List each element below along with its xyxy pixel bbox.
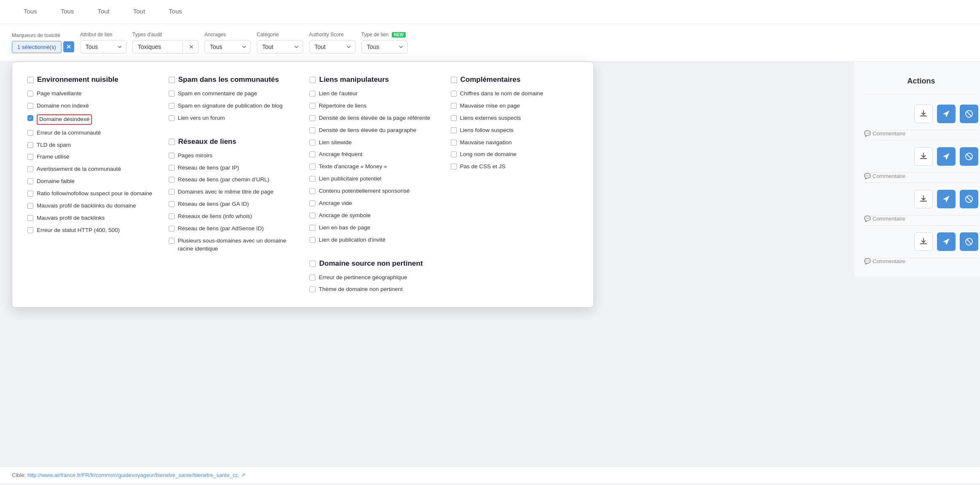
item-ratio-follow[interactable]: Ratio follow/nofollow suspect pour le do…	[27, 190, 155, 198]
checkbox-erreur-communaute[interactable]	[27, 130, 33, 136]
item-reseau-ip[interactable]: Réseau de liens (par IP)	[169, 164, 296, 172]
comment-link-1[interactable]: 💬 Commentaire	[864, 130, 978, 137]
checkbox-erreur-statut-http[interactable]	[27, 227, 33, 233]
checkbox-ancrage-symbole[interactable]	[310, 213, 315, 218]
checkbox-contenu-sponsorise[interactable]	[310, 188, 315, 194]
item-lien-publication-invite[interactable]: Lien de publication d'invité	[310, 236, 437, 244]
checkbox-theme-domaine-non-pertinent[interactable]	[310, 286, 315, 292]
item-texte-ancrage-money[interactable]: Texte d'ancrage « Money »	[310, 163, 437, 171]
checkbox-lien-publicitaire[interactable]	[310, 176, 315, 182]
checkbox-lien-forum[interactable]	[169, 115, 175, 121]
item-lien-auteur[interactable]: Lien de l'auteur	[310, 90, 437, 98]
item-theme-domaine-non-pertinent[interactable]: Thème de domaine non pertinent	[310, 286, 437, 294]
checkbox-pages-miroirs[interactable]	[169, 153, 175, 159]
export-button-2[interactable]	[914, 147, 933, 166]
block-button-3[interactable]	[960, 190, 978, 208]
item-ancrage-symbole[interactable]: Ancrage de symbole	[310, 212, 437, 220]
checkbox-long-nom-domaine[interactable]	[451, 151, 457, 157]
section-environnement-checkbox[interactable]	[27, 77, 34, 83]
types-audit-clear-button[interactable]: ✕	[185, 40, 199, 54]
checkbox-densite-page[interactable]	[310, 115, 315, 121]
item-contenu-sponsorise[interactable]: Contenu potentiellement sponsorisé	[310, 187, 437, 195]
comment-link-3[interactable]: 💬 Commentaire	[864, 216, 978, 222]
item-liens-externes-suspects[interactable]: Liens externes suspects	[451, 114, 579, 122]
checkbox-domaines-meme-titre[interactable]	[169, 189, 175, 195]
send-button-4[interactable]	[937, 232, 956, 251]
checkbox-spam-signature[interactable]	[169, 103, 175, 109]
export-button-4[interactable]	[914, 232, 933, 251]
checkbox-frame-utilise[interactable]	[27, 154, 33, 160]
item-spam-signature[interactable]: Spam en signature de publication de blog	[169, 102, 296, 110]
categorie-select[interactable]: Tout	[257, 40, 303, 54]
item-pas-css-js[interactable]: Pas de CSS et JS	[451, 163, 579, 171]
checkbox-lien-publication-invite[interactable]	[310, 237, 315, 243]
tab-1[interactable]: Tous	[12, 0, 49, 24]
send-button-3[interactable]	[937, 190, 956, 208]
section-complementaires-checkbox[interactable]	[451, 77, 457, 83]
item-lien-publicitaire[interactable]: Lien publicitaire potentiel	[310, 175, 437, 183]
item-pages-miroirs[interactable]: Pages miroirs	[169, 152, 296, 160]
item-liens-follow-suspects[interactable]: Liens follow suspects	[451, 127, 579, 135]
item-reseau-adsense[interactable]: Réseau de liens (par AdSense ID)	[169, 225, 296, 233]
item-reseau-ga[interactable]: Réseau de liens (par GA ID)	[169, 200, 296, 208]
checkbox-liens-externes-suspects[interactable]	[451, 115, 457, 121]
item-domaine-non-indexe[interactable]: Domaine non indexé	[27, 102, 155, 110]
block-button-2[interactable]	[960, 147, 978, 166]
item-lien-forum[interactable]: Lien vers un forum	[169, 114, 296, 122]
checkbox-reseau-ip[interactable]	[169, 165, 175, 171]
checkbox-domaine-faible[interactable]	[27, 178, 33, 184]
checkbox-page-malveillante[interactable]	[27, 91, 33, 97]
item-densite-paragraphe[interactable]: Densité de liens élevée du paragraphe	[310, 127, 437, 135]
type-lien-select[interactable]: Tous	[361, 40, 408, 54]
item-spam-commentaire[interactable]: Spam en commentaire de page	[169, 90, 296, 98]
checkbox-chiffres-nom-domaine[interactable]	[451, 91, 457, 97]
section-spam-checkbox[interactable]	[169, 77, 175, 83]
checkbox-lien-bas-page[interactable]	[310, 225, 315, 231]
checkbox-spam-commentaire[interactable]	[169, 91, 175, 97]
tab-5[interactable]: Tous	[157, 0, 194, 24]
item-sous-domaines[interactable]: Plusieurs sous-domaines avec un domaine …	[169, 237, 296, 253]
checkbox-texte-ancrage-money[interactable]	[310, 164, 315, 170]
item-mauvais-profil-backlinks[interactable]: Mauvais profil de backlinks	[27, 214, 155, 222]
checkbox-ancrage-frequent[interactable]	[310, 151, 315, 157]
checkbox-mauvaise-mise-en-page[interactable]	[451, 103, 457, 109]
checkbox-pas-css-js[interactable]	[451, 164, 457, 170]
checkbox-reseaux-whois[interactable]	[169, 213, 175, 219]
item-reseaux-whois[interactable]: Réseaux de liens (info whois)	[169, 213, 296, 221]
attribut-select[interactable]: Tous	[80, 40, 127, 54]
checkbox-tld-spam[interactable]	[27, 142, 33, 148]
checkbox-densite-paragraphe[interactable]	[310, 127, 315, 133]
authority-select[interactable]: Tout	[309, 40, 355, 54]
item-mauvais-profil-backlinks-domaine[interactable]: Mauvais profil de backlinks du domaine	[27, 202, 155, 210]
bottom-url[interactable]: http://www.airfrance.fr/FR/fr/common/gui…	[27, 472, 238, 478]
checkbox-domaine-desindexe[interactable]	[27, 115, 33, 121]
checkbox-reseau-ga[interactable]	[169, 201, 175, 207]
item-mauvaise-mise-en-page[interactable]: Mauvaise mise en page	[451, 102, 579, 110]
item-page-malveillante[interactable]: Page malveillante	[27, 90, 155, 98]
checkbox-avertissement-communaute[interactable]	[27, 166, 33, 172]
checkbox-mauvaise-navigation[interactable]	[451, 140, 457, 146]
section-domaine-source-checkbox[interactable]	[310, 261, 316, 267]
tab-2[interactable]: Tous	[49, 0, 86, 24]
checkbox-lien-auteur[interactable]	[310, 91, 315, 97]
item-chiffres-nom-domaine[interactable]: Chiffres dans le nom de domaine	[451, 90, 579, 98]
marqueurs-clear-button[interactable]: ✕	[63, 41, 74, 52]
item-erreur-statut-http[interactable]: Erreur de statut HTTP (400, 500)	[27, 226, 155, 234]
checkbox-reseau-url[interactable]	[169, 177, 175, 183]
item-erreur-communaute[interactable]: Erreur de la communauté	[27, 129, 155, 137]
send-button-2[interactable]	[937, 147, 956, 166]
item-densite-page[interactable]: Densité de liens élevée de la page référ…	[310, 114, 437, 122]
export-button-1[interactable]	[914, 105, 933, 123]
checkbox-ancrage-vide[interactable]	[310, 200, 315, 206]
item-mauvaise-navigation[interactable]: Mauvaise navigation	[451, 139, 579, 147]
section-liens-manip-checkbox[interactable]	[310, 77, 316, 83]
checkbox-erreur-pertinence-geo[interactable]	[310, 275, 315, 280]
item-frame-utilise[interactable]: Frame utilisé	[27, 153, 155, 161]
item-long-nom-domaine[interactable]: Long nom de domaine	[451, 151, 579, 159]
checkbox-domaine-non-indexe[interactable]	[27, 103, 33, 109]
item-reseau-url[interactable]: Réseau de liens (par chemin d'URL)	[169, 176, 296, 184]
block-button-1[interactable]	[960, 105, 978, 123]
item-domaine-faible[interactable]: Domaine faible	[27, 178, 155, 186]
tab-4[interactable]: Tout	[121, 0, 157, 24]
item-ancrage-frequent[interactable]: Ancrage fréquent	[310, 151, 437, 159]
